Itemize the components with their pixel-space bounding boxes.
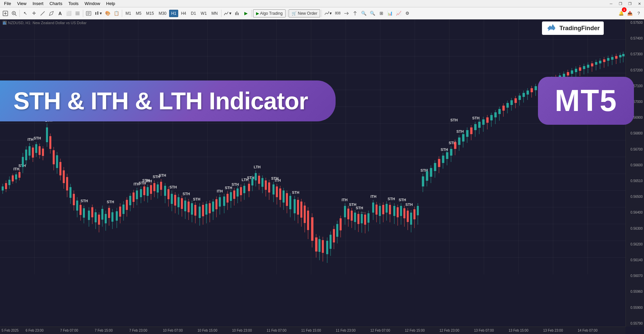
tf-m30[interactable]: M30 (157, 10, 168, 17)
algo-trading-button[interactable]: ▶ Algo Trading (253, 9, 286, 17)
settings-btn[interactable]: ⚙ (403, 9, 411, 18)
price-axis: 0.57500 0.57400 0.57300 0.57200 0.57100 … (626, 19, 644, 327)
tick-chart-btn[interactable]: 📊 (386, 9, 394, 18)
svg-rect-270 (326, 241, 328, 254)
tf-h1[interactable]: H1 (169, 10, 178, 17)
svg-rect-170 (171, 194, 173, 204)
time-15: 13 Feb 15:00 (509, 329, 529, 332)
price-12: 0.56400 (626, 211, 644, 214)
svg-rect-435 (619, 55, 622, 57)
svg-rect-134 (119, 207, 121, 217)
svg-rect-100 (63, 170, 65, 183)
price-18: 0.55900 (626, 306, 644, 310)
price-chart[interactable]: ITH STH ITH STH ETH (0, 19, 626, 327)
tf-mn[interactable]: MN (209, 10, 220, 17)
zoom-in2-btn[interactable]: 🔍 (368, 9, 377, 18)
svg-rect-67 (15, 174, 17, 179)
tf-m1[interactable]: M1 (123, 10, 133, 17)
svg-rect-25 (4, 21, 5, 24)
arrow-tool[interactable]: ↖ (21, 9, 29, 18)
tf-m15[interactable]: M15 (144, 10, 156, 17)
tf-h4[interactable]: H4 (179, 10, 188, 17)
new-order-button[interactable]: 🛒 New Order (289, 9, 320, 17)
sep2 (83, 10, 83, 17)
close-button[interactable]: ✕ (635, 0, 644, 7)
text-tool[interactable]: A (56, 9, 64, 18)
menu-help[interactable]: Help (103, 1, 118, 6)
menu-charts[interactable]: Charts (47, 1, 65, 6)
osc-btn[interactable] (233, 9, 241, 18)
crosshair-tool[interactable]: ✛ (30, 9, 38, 18)
tf-logo-icon (546, 23, 557, 34)
svg-text:STH: STH (225, 186, 232, 190)
line-tool[interactable] (39, 9, 47, 18)
svg-rect-274 (333, 229, 335, 242)
sep4 (221, 10, 221, 17)
sep7 (321, 10, 322, 17)
svg-rect-156 (150, 185, 152, 194)
depth-market-btn[interactable]: 📈 (395, 9, 403, 18)
svg-text:STH: STH (107, 200, 114, 204)
svg-rect-253 (297, 200, 299, 215)
zoom-in-button[interactable] (10, 9, 18, 18)
chart-shift-btn[interactable] (342, 9, 350, 18)
menu-file[interactable]: File (1, 1, 14, 6)
svg-rect-112 (83, 208, 85, 218)
candle-group-1: ITH STH (2, 164, 26, 194)
autoscroll-btn[interactable] (351, 9, 359, 18)
tf-w1[interactable]: W1 (199, 10, 209, 17)
tf-d1[interactable]: D1 (189, 10, 198, 17)
menu-insert[interactable]: Insert (30, 1, 46, 6)
new-chart-button[interactable] (1, 9, 9, 18)
svg-rect-85 (39, 146, 41, 155)
svg-text:STH: STH (232, 182, 239, 186)
svg-rect-119 (95, 212, 97, 222)
svg-text:LTH: LTH (254, 165, 261, 169)
svg-rect-243 (279, 188, 281, 200)
svg-rect-199 (215, 199, 217, 209)
svg-rect-77 (29, 146, 31, 156)
svg-rect-262 (311, 217, 313, 241)
share-btn[interactable]: 📤 (626, 9, 634, 18)
svg-rect-278 (340, 218, 342, 230)
price-15: 0.56140 (626, 258, 644, 262)
minimize-button[interactable]: ─ (606, 0, 616, 7)
menu-view[interactable]: View (14, 1, 29, 6)
svg-rect-221 (248, 184, 250, 191)
zoom-out-btn[interactable]: 🔍 (360, 9, 368, 18)
price-type-btn[interactable]: 808 (334, 9, 342, 18)
menu-window[interactable]: Window (82, 1, 103, 6)
time-11: 12 Feb 07:00 (370, 329, 390, 332)
svg-rect-163 (160, 182, 162, 190)
tf-m5[interactable]: M5 (134, 10, 144, 17)
line-chart-btn[interactable]: ▾ (223, 9, 233, 18)
color-scheme[interactable]: 🎨 (104, 9, 112, 18)
menu-tools[interactable]: Tools (66, 1, 81, 6)
restore2-button[interactable]: ❐ (625, 0, 635, 7)
shapes-tool[interactable]: ⬜ (65, 9, 73, 18)
draw-tool[interactable] (47, 9, 55, 18)
indicators-dropdown[interactable]: ▾ (323, 9, 333, 18)
chart-info: NZDUSD, H1: New Zealand Dollar vs US Dol… (3, 21, 87, 25)
svg-rect-332 (422, 176, 424, 186)
candle-group-6: STH STH STH (164, 183, 200, 223)
chart-description: New Zealand Dollar vs US Dollar (33, 21, 87, 25)
template-btn[interactable]: 📋 (112, 9, 120, 18)
svg-rect-61 (5, 183, 7, 189)
svg-rect-266 (318, 239, 320, 252)
svg-rect-300 (372, 203, 374, 213)
toolbar: ↖ ✛ A ⬜ ▾ 🎨 📋 M1 M5 M15 M30 H1 H4 D1 W1 … (0, 7, 644, 19)
restore-button[interactable]: ❐ (616, 0, 625, 7)
sep1 (19, 10, 20, 17)
time-17: 14 Feb 07:00 (578, 329, 598, 332)
help2-btn[interactable]: ? (635, 9, 643, 18)
indicator-list[interactable] (85, 9, 93, 18)
play-btn[interactable]: ▶ (242, 9, 250, 18)
chart-type-dropdown[interactable]: ▾ (93, 9, 103, 18)
fib-tool[interactable] (73, 9, 82, 18)
svg-rect-318 (400, 206, 402, 216)
svg-rect-191 (202, 205, 204, 216)
notification-area[interactable]: 🔔 1 (617, 9, 625, 18)
svg-rect-209 (230, 192, 232, 201)
crosshair-2-btn[interactable]: ⊞ (377, 9, 385, 18)
